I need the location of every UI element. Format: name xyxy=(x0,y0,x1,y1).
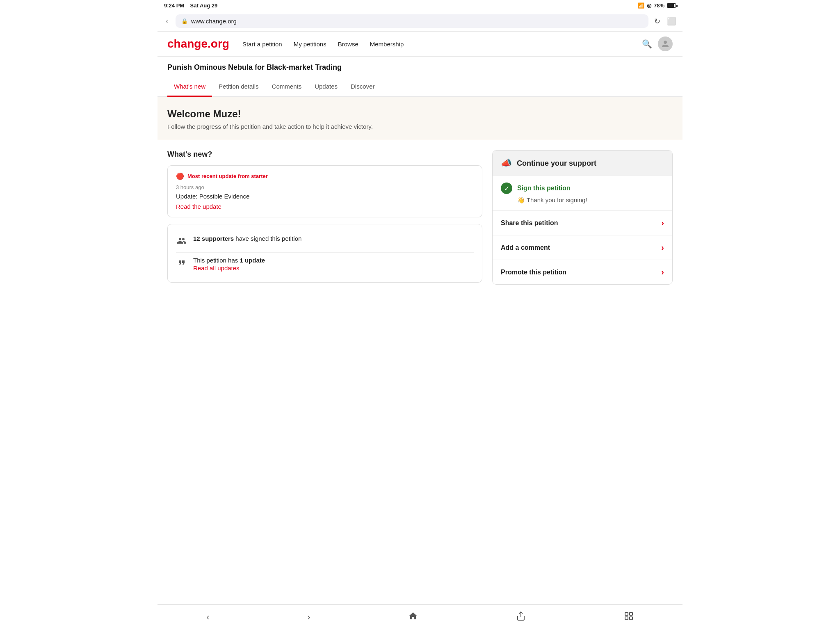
thank-you-text: 👋 Thank you for signing! xyxy=(517,196,664,204)
comment-label: Add a comment xyxy=(501,244,550,251)
welcome-banner: Welcome Muze! Follow the progress of thi… xyxy=(158,97,682,140)
stats-card: 12 supporters have signed this petition … xyxy=(167,224,482,283)
status-bar: 9:24 PM Sat Aug 29 📶 ◎ 78% xyxy=(158,0,682,11)
nav-browse[interactable]: Browse xyxy=(338,41,358,48)
read-all-updates-link[interactable]: Read all updates xyxy=(193,265,265,272)
nav-actions: 🔍 xyxy=(642,37,673,51)
main-nav: change.org Start a petition My petitions… xyxy=(158,32,682,57)
right-column: 📣 Continue your support ✓ Sign this peti… xyxy=(492,150,673,285)
url-text: www.change.org xyxy=(191,18,237,25)
updates-icon xyxy=(176,258,187,270)
update-label-text: Most recent update from starter xyxy=(187,173,268,179)
supporters-count: 12 supporters xyxy=(193,235,234,242)
battery-percentage: 78% xyxy=(654,2,664,9)
browser-actions: ↻ ⬜ xyxy=(653,15,678,27)
browser-bar: ‹ 🔒 www.change.org ↻ ⬜ xyxy=(158,11,682,32)
supporters-text: 12 supporters have signed this petition xyxy=(193,235,301,242)
support-card: 📣 Continue your support ✓ Sign this peti… xyxy=(492,150,673,285)
petition-title: Punish Ominous Nebula for Black-market T… xyxy=(167,63,673,72)
bookmark-button[interactable]: ⬜ xyxy=(665,15,678,27)
browser-back-button[interactable]: ‹ xyxy=(162,15,171,27)
share-label: Share this petition xyxy=(501,219,558,227)
welcome-subtitle: Follow the progress of this petition and… xyxy=(167,123,673,130)
nav-membership[interactable]: Membership xyxy=(370,41,404,48)
add-comment-row[interactable]: Add a comment › xyxy=(493,235,672,260)
nav-my-petitions[interactable]: My petitions xyxy=(294,41,326,48)
refresh-button[interactable]: ↻ xyxy=(653,15,662,27)
lock-icon: 🔒 xyxy=(181,18,188,24)
avatar[interactable] xyxy=(658,37,673,51)
promote-label: Promote this petition xyxy=(501,269,566,276)
petition-title-bar: Punish Ominous Nebula for Black-market T… xyxy=(158,57,682,77)
update-time: 3 hours ago xyxy=(176,184,474,190)
promote-petition-row[interactable]: Promote this petition › xyxy=(493,260,672,284)
update-title: Update: Possible Evidence xyxy=(176,193,474,200)
battery-icon xyxy=(667,3,676,8)
wifi-icon: 📶 xyxy=(638,2,644,9)
whats-new-heading: What's new? xyxy=(167,150,482,159)
signed-section: ✓ Sign this petition 👋 Thank you for sig… xyxy=(493,176,672,211)
welcome-title: Welcome Muze! xyxy=(167,108,673,120)
supporters-icon xyxy=(176,236,187,248)
check-circle-icon: ✓ xyxy=(501,183,512,194)
tab-updates[interactable]: Updates xyxy=(308,77,344,97)
tabs: What's new Petition details Comments Upd… xyxy=(158,77,682,97)
update-card: 🔴 Most recent update from starter 3 hour… xyxy=(167,165,482,217)
alert-icon: 🔴 xyxy=(176,172,184,180)
content-area: What's new? 🔴 Most recent update from st… xyxy=(158,140,682,294)
megaphone-icon: 📣 xyxy=(501,158,512,169)
search-button[interactable]: 🔍 xyxy=(642,39,652,49)
left-column: What's new? 🔴 Most recent update from st… xyxy=(167,150,482,283)
updates-stat-row: This petition has 1 update Read all upda… xyxy=(176,252,474,276)
signed-row: ✓ Sign this petition xyxy=(501,183,664,194)
tab-whats-new[interactable]: What's new xyxy=(167,77,212,97)
supporters-stat-row: 12 supporters have signed this petition xyxy=(176,231,474,252)
tab-comments[interactable]: Comments xyxy=(265,77,308,97)
signed-label: Sign this petition xyxy=(517,185,571,192)
site-logo[interactable]: change.org xyxy=(167,37,229,50)
promote-chevron-icon: › xyxy=(661,267,664,277)
nav-links: Start a petition My petitions Browse Mem… xyxy=(242,41,629,48)
comment-chevron-icon: › xyxy=(661,243,664,252)
nav-start-petition[interactable]: Start a petition xyxy=(242,41,282,48)
read-update-link[interactable]: Read the update xyxy=(176,203,221,210)
share-petition-row[interactable]: Share this petition › xyxy=(493,211,672,235)
share-chevron-icon: › xyxy=(661,218,664,228)
update-label: 🔴 Most recent update from starter xyxy=(176,172,474,180)
support-header: 📣 Continue your support xyxy=(493,151,672,176)
status-time: 9:24 PM Sat Aug 29 xyxy=(164,2,217,9)
support-title: Continue your support xyxy=(517,159,596,168)
status-icons: 📶 ◎ 78% xyxy=(638,2,676,9)
tab-discover[interactable]: Discover xyxy=(344,77,381,97)
address-bar[interactable]: 🔒 www.change.org xyxy=(176,14,648,28)
tab-petition-details[interactable]: Petition details xyxy=(212,77,265,97)
updates-text: This petition has 1 update Read all upda… xyxy=(193,257,265,272)
location-icon: ◎ xyxy=(647,2,651,9)
